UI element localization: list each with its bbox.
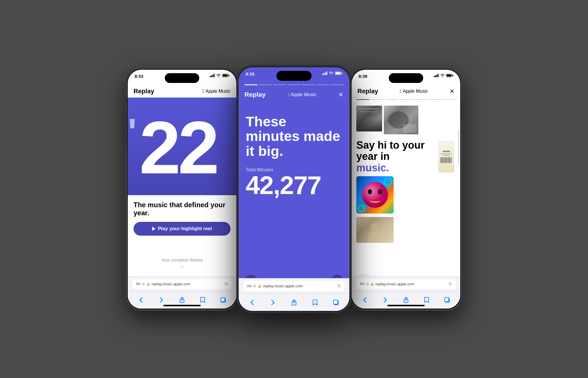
complete-replay-text: Your complete Replay — [161, 257, 203, 262]
progress-bar-3 — [352, 98, 460, 101]
close-button-2[interactable]: ✕ — [339, 91, 343, 98]
wave-2 — [358, 205, 365, 212]
face-blob — [362, 182, 388, 208]
say-hi-black-text: Say hi to your year in — [356, 139, 425, 162]
nav-title-3: Replay — [357, 88, 378, 95]
phones-container: 8:33 — [120, 62, 468, 316]
year-number-group: ' 22 — [131, 116, 216, 179]
aa-text-3[interactable]: AA — [360, 282, 364, 286]
lock-icon-3: 🔒 — [370, 282, 374, 286]
apple-music-logo-2:  Apple Music — [288, 92, 316, 97]
reload-icon-3[interactable]: ↻ — [448, 281, 452, 287]
ticket-barcode — [441, 157, 452, 163]
signal-icon-3 — [434, 74, 439, 77]
forward-btn-2[interactable] — [267, 296, 280, 309]
grid-icon-3: ⊞ — [366, 282, 369, 286]
volume-up-button — [126, 111, 126, 128]
svg-rect-0 — [210, 76, 211, 77]
power-button-3 — [462, 102, 462, 123]
nav-bar-3: Replay  Apple Music ✕ — [352, 85, 460, 98]
svg-rect-9 — [221, 298, 225, 302]
apple-logo-3:  — [400, 88, 402, 94]
phone-3: 8:39 — [350, 68, 462, 310]
apple-music-logo-3:  Apple Music — [400, 88, 428, 94]
svg-rect-26 — [447, 74, 452, 76]
scroll-indicator-3 — [458, 130, 459, 163]
wifi-icon-3 — [440, 74, 445, 77]
back-btn-2[interactable] — [245, 296, 258, 309]
silent-switch-2 — [237, 95, 237, 105]
svg-rect-13 — [326, 71, 327, 75]
forward-btn-3[interactable] — [379, 294, 392, 306]
grid-icon-2: ⊞ — [253, 284, 256, 288]
svg-rect-11 — [324, 73, 325, 75]
highlight-btn-label: Play your highlight reel — [158, 226, 212, 232]
volume-up-button-2 — [237, 109, 237, 126]
url-bar-2[interactable]: AA ⊞ 🔒 replay.music.apple.com ↻ — [243, 281, 345, 291]
signal-icon-1 — [210, 74, 215, 77]
home-indicator-3 — [387, 305, 425, 306]
back-btn-3[interactable] — [359, 294, 371, 306]
reload-icon-2[interactable]: ↻ — [337, 283, 341, 288]
forward-btn-1[interactable] — [155, 294, 168, 306]
say-hi-blue-text: music. — [356, 162, 389, 174]
apple-music-text-1: Apple Music — [206, 89, 231, 94]
svg-rect-24 — [438, 74, 439, 77]
share-btn-1[interactable] — [176, 294, 188, 306]
year-display: ' 22 — [128, 98, 236, 195]
tabs-btn-1[interactable] — [217, 294, 229, 306]
share-btn-browser-2[interactable] — [288, 296, 301, 309]
eye-right — [378, 189, 382, 194]
wave-1 — [384, 178, 392, 186]
phone-3-screen: 8:39 — [352, 70, 460, 309]
close-button-3[interactable]: ✕ — [450, 88, 454, 95]
total-minutes-number: 42,277 — [246, 174, 343, 197]
svg-rect-23 — [436, 75, 437, 77]
progress-bar — [239, 84, 349, 85]
aa-text-2[interactable]: AA — [247, 284, 252, 288]
aa-text-1[interactable]: AA — [136, 282, 140, 286]
complete-replay: Your complete Replay ⌄ — [134, 257, 231, 268]
url-bar-3[interactable]: AA ⊞ 🔒 replay.music.apple.com ↻ — [356, 279, 456, 289]
pg3-seg5 — [414, 99, 427, 100]
apple-logo-icon-1:  — [202, 88, 204, 94]
svg-rect-12 — [325, 72, 326, 75]
colorful-album-section — [352, 176, 460, 217]
head-blob — [371, 223, 379, 231]
url-text-1: replay.music.apple.com — [152, 282, 191, 286]
tabs-btn-2[interactable] — [330, 296, 343, 309]
phone-2-main: These minutes made it big. Total Minutes… — [239, 108, 349, 203]
grid-icon-1: ⊞ — [142, 282, 145, 286]
apostrophe: ' — [128, 113, 137, 150]
svg-rect-2 — [212, 75, 213, 77]
phone-3-content: Replay  Apple Music ✕ — [352, 85, 460, 309]
year-number: 22 — [139, 116, 216, 179]
svg-rect-22 — [435, 75, 436, 77]
phone-1-content: Replay  Apple Music ' 22 — [128, 85, 236, 309]
svg-rect-32 — [445, 298, 449, 302]
status-icons-3 — [434, 74, 453, 77]
tabs-btn-3[interactable] — [441, 294, 453, 306]
svg-rect-16 — [341, 72, 342, 74]
bookmarks-btn-2[interactable] — [309, 296, 322, 309]
say-hi-row: Say hi to your year in music. HOUSE STAN… — [356, 139, 456, 174]
person-silhouette — [366, 223, 384, 243]
bookmarks-btn-3[interactable] — [420, 294, 433, 306]
url-text-2: replay.music.apple.com — [263, 284, 303, 288]
highlight-reel-button[interactable]: Play your highlight reel — [134, 222, 231, 236]
url-bar-1[interactable]: AA ⊞ 🔒 replay.music.apple.com ↻ — [132, 279, 232, 289]
pg3-seg6 — [428, 99, 441, 100]
ticket-text-1: HOUSE — [443, 150, 450, 152]
apple-logo-2:  — [288, 92, 290, 97]
silent-switch — [126, 97, 126, 107]
progress-seg-5 — [302, 84, 315, 85]
back-btn-1[interactable] — [135, 294, 147, 306]
album-thumb-bw-1 — [356, 106, 382, 131]
ticket-line — [441, 154, 452, 154]
reload-icon-1[interactable]: ↻ — [225, 281, 228, 287]
phone-2: 8:33 — [237, 65, 351, 313]
share-btn-browser-3[interactable] — [400, 294, 412, 306]
status-time-2: 8:33 — [246, 71, 255, 76]
bookmarks-btn-1[interactable] — [196, 294, 209, 306]
mouth — [369, 198, 381, 203]
